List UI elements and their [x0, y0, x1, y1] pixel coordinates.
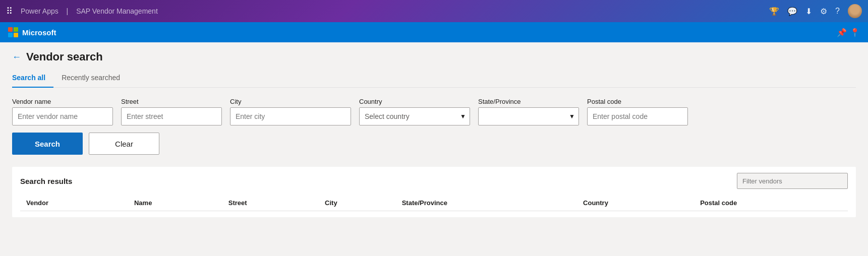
tab-bar: Search all Recently searched [12, 70, 856, 88]
top-navigation: ⠿ Power Apps | SAP Vendor Management 🏆 💬… [0, 0, 868, 22]
results-title: Search results [20, 177, 72, 185]
city-input[interactable] [230, 107, 351, 125]
vendor-name-input[interactable] [12, 107, 113, 125]
state-province-select[interactable] [478, 107, 579, 125]
state-province-field: State/Province ▼ [478, 98, 579, 125]
microsoft-name: Microsoft [22, 28, 56, 37]
country-select[interactable]: Select country [359, 107, 470, 125]
col-vendor: Vendor [20, 195, 128, 211]
city-label: City [230, 98, 351, 105]
results-table: Vendor Name Street City State/Province C… [20, 195, 848, 211]
help-icon[interactable]: ? [835, 7, 840, 16]
table-header: Vendor Name Street City State/Province C… [20, 195, 848, 211]
trophy-icon[interactable]: 🏆 [769, 7, 779, 16]
street-field: Street [121, 98, 222, 125]
project-name-label: SAP Vendor Management [76, 7, 158, 15]
settings-icon[interactable]: ⚙ [820, 7, 827, 16]
clear-button[interactable]: Clear [89, 133, 159, 155]
postal-code-field: Postal code [587, 98, 688, 125]
page-header: ← Vendor search [12, 50, 856, 63]
chat-icon[interactable]: 💬 [787, 7, 797, 16]
tab-recently-searched[interactable]: Recently searched [53, 70, 128, 88]
street-input[interactable] [121, 107, 222, 125]
back-button[interactable]: ← [12, 52, 21, 62]
form-fields-row: Vendor name Street City Country Select c… [12, 98, 856, 125]
search-form: Vendor name Street City Country Select c… [12, 98, 856, 155]
city-field: City [230, 98, 351, 125]
filter-vendors-input[interactable] [737, 173, 848, 189]
street-label: Street [121, 98, 222, 105]
col-street: Street [222, 195, 319, 211]
state-select-wrapper: ▼ [478, 107, 579, 125]
col-state-province: State/Province [396, 195, 577, 211]
waffle-menu-icon[interactable]: ⠿ [6, 6, 13, 17]
power-apps-label: Power Apps [21, 7, 59, 15]
col-country: Country [577, 195, 694, 211]
country-select-wrapper: Select country ▼ [359, 107, 470, 125]
postal-code-label: Postal code [587, 98, 688, 105]
pushpin-icon[interactable]: 📌 [837, 28, 847, 37]
state-province-label: State/Province [478, 98, 579, 105]
vendor-name-label: Vendor name [12, 98, 113, 105]
pushpin-filled-icon[interactable]: 📍 [850, 28, 860, 37]
ms-squares-icon [8, 27, 18, 37]
download-icon[interactable]: ⬇ [805, 7, 812, 16]
top-nav-right: 🏆 💬 ⬇ ⚙ ? [769, 4, 862, 18]
page-title: Vendor search [26, 50, 103, 63]
user-avatar[interactable] [848, 4, 862, 18]
country-field: Country Select country ▼ [359, 98, 470, 125]
search-button[interactable]: Search [12, 133, 83, 155]
results-header: Search results [20, 173, 848, 189]
action-buttons-row: Search Clear [12, 133, 856, 155]
ms-bar-right: 📌 📍 [837, 28, 860, 37]
microsoft-logo: Microsoft [8, 27, 56, 37]
col-name: Name [128, 195, 222, 211]
tab-search-all[interactable]: Search all [12, 70, 53, 88]
app-title: Power Apps | SAP Vendor Management [18, 7, 161, 15]
col-postal-code: Postal code [694, 195, 848, 211]
title-separator: | [67, 7, 69, 15]
microsoft-bar: Microsoft 📌 📍 [0, 22, 868, 42]
main-content: ← Vendor search Search all Recently sear… [0, 42, 868, 225]
country-label: Country [359, 98, 470, 105]
search-results-section: Search results Vendor Name Street City S… [12, 167, 856, 217]
vendor-name-field: Vendor name [12, 98, 113, 125]
col-city: City [319, 195, 396, 211]
postal-code-input[interactable] [587, 107, 688, 125]
